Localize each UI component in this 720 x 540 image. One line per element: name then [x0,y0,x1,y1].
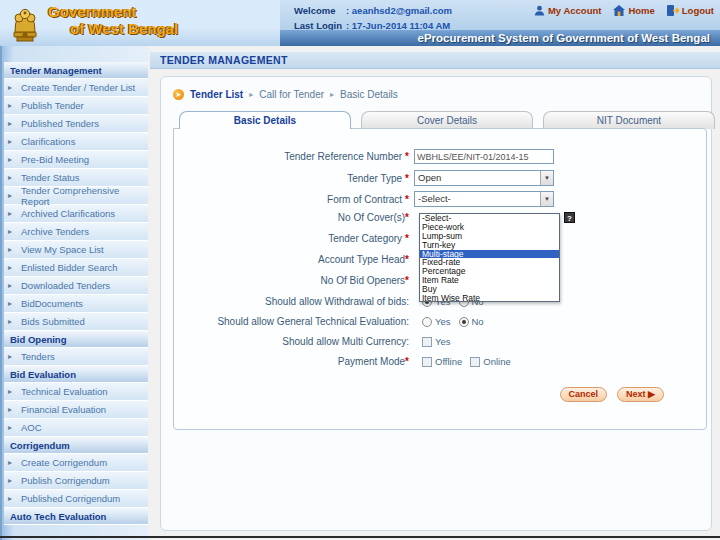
cancel-button[interactable]: Cancel [560,387,608,402]
arrow-bullet-icon: ▸ [4,83,17,92]
sidebar-item-downloaded-tenders[interactable]: ▸Downloaded Tenders [4,277,148,295]
sidebar-menu: Tender Management▸Create Tender / Tender… [4,62,148,525]
dropdown-option-multi-stage[interactable]: Multi-stage [420,250,559,259]
payment-mode-online-label: Online [483,356,510,367]
sidebar-item-label: Pre-Bid Meeting [21,154,89,165]
dropdown-option-lump-sum[interactable]: Lump-sum [420,232,559,241]
tender-type-select[interactable]: Open▼ [414,170,554,186]
toplink-logout[interactable]: Logout [667,5,714,16]
arrow-bullet-icon: ▸ [4,155,17,164]
sidebar-item-bids-submitted[interactable]: ▸Bids Submitted [4,313,148,331]
payment-mode-offline-checkbox[interactable] [422,357,432,367]
logo-text: Government of West Bengal [48,3,178,37]
dropdown-option-turn-key[interactable]: Turn-key [420,241,559,250]
required-marker: * [405,254,409,265]
sidebar-item-published-tenders[interactable]: ▸Published Tenders [4,115,148,133]
payment-mode-options: OfflineOnline [414,356,511,367]
sidebar-item-tender-comprehensive-report[interactable]: ▸Tender Comprehensive Report [4,187,148,205]
top-links: My AccountHomeLogout [534,5,714,16]
content-panel: ➤ Tender List▸Call for Tender▸Basic Deta… [160,76,712,531]
sidebar-item-archive-tenders[interactable]: ▸Archive Tenders [4,223,148,241]
tab-basic-details[interactable]: Basic Details [179,111,351,129]
logo-line2: of West Bengal [70,20,178,37]
dropdown-option-fixed-rate[interactable]: Fixed-rate [420,258,559,267]
sidebar-item-view-my-space-list[interactable]: ▸View My Space List [4,241,148,259]
tab-cover-details[interactable]: Cover Details [361,111,533,129]
sidebar-item-enlisted-bidder-search[interactable]: ▸Enlisted Bidder Search [4,259,148,277]
info-icon[interactable]: ? [564,212,575,223]
form-row-tender-reference: Tender Reference Number* [174,149,704,164]
chevron-down-icon: ▼ [540,171,553,185]
tender-type-label: Tender Type [347,173,402,184]
sidebar-item-archived-clarifications[interactable]: ▸Archived Clarifications [4,205,148,223]
home-icon [613,5,625,16]
app-title: eProcurement System of Government of Wes… [418,32,710,44]
sidebar-item-published-corrigendum[interactable]: ▸Published Corrigendum [4,490,148,508]
multi-currency-checkbox[interactable] [422,337,432,347]
sidebar-section-tender-management[interactable]: Tender Management [4,62,148,79]
sidebar-item-financial-evaluation[interactable]: ▸Financial Evaluation [4,401,148,419]
general-tech-eval-yes-radio[interactable] [422,317,432,327]
sidebar-item-biddocuments[interactable]: ▸BidDocuments [4,295,148,313]
breadcrumb: ➤ Tender List▸Call for Tender▸Basic Deta… [173,89,398,100]
next-button[interactable]: Next ▶ [617,387,664,402]
form-row-payment-mode: Payment Mode* OfflineOnline [174,356,704,367]
sidebar-item-label: AOC [21,422,42,433]
dropdown-option-piece-work[interactable]: Piece-work [420,223,559,232]
arrow-bullet-icon: ▸ [4,387,17,396]
tab-nit-document[interactable]: NIT Document [543,111,715,129]
dropdown-option-buy[interactable]: Buy [420,285,559,294]
dropdown-option-percentage[interactable]: Percentage [420,267,559,276]
arrow-bullet-icon: ▸ [4,494,17,503]
form-row-multi-currency: Should allow Multi Currency: Yes [174,336,704,347]
form-row-form-of-contract: Form of Contract* -Select-▼ [174,191,704,207]
arrow-bullet-icon: ▸ [4,352,17,361]
arrow-bullet-icon: ▸ [4,458,17,467]
sidebar-item-aoc[interactable]: ▸AOC [4,419,148,437]
sidebar-item-technical-evaluation[interactable]: ▸Technical Evaluation [4,383,148,401]
dropdown-option-item-rate[interactable]: Item Rate [420,276,559,285]
sidebar-item-publish-corrigendum[interactable]: ▸Publish Corrigendum [4,472,148,490]
dropdown-option-select[interactable]: -Select- [420,214,559,223]
arrow-bullet-icon: ▸ [4,191,17,200]
sidebar-item-clarifications[interactable]: ▸Clarifications [4,133,148,151]
user-icon [534,5,545,16]
arrow-bullet-icon: ▸ [4,281,17,290]
sidebar-item-label: Tenders [21,351,55,362]
breadcrumb-arrow-icon: ➤ [173,89,184,100]
main-area: TENDER MANAGEMENT ➤ Tender List▸Call for… [150,46,720,540]
sidebar-section-bid-evaluation[interactable]: Bid Evaluation [4,366,148,383]
tender-reference-input[interactable] [414,149,554,164]
breadcrumb-tender-list[interactable]: Tender List [190,89,243,100]
basic-details-form: Tender Reference Number* Tender Type* Op… [173,128,707,430]
required-marker: * [405,275,409,286]
breadcrumb-call-for-tender[interactable]: Call for Tender [259,89,324,100]
sidebar-section-corrigendum[interactable]: Corrigendum [4,437,148,454]
arrow-bullet-icon: ▸ [4,119,17,128]
sidebar-item-label: Publish Tender [21,100,84,111]
sidebar-section-auto-tech-evaluation[interactable]: Auto Tech Evaluation [4,508,148,525]
multi-currency-option-label: Yes [435,336,451,347]
dropdown-option-item-wise-rate[interactable]: Item Wise Rate [420,294,559,303]
sidebar-item-label: Clarifications [21,136,75,147]
sidebar-item-pre-bid-meeting[interactable]: ▸Pre-Bid Meeting [4,151,148,169]
form-of-contract-dropdown: -Select-Piece-workLump-sumTurn-keyMulti-… [419,213,560,302]
sidebar-item-create-corrigendum[interactable]: ▸Create Corrigendum [4,454,148,472]
form-of-contract-select[interactable]: -Select-▼ [414,191,554,207]
required-marker: * [405,194,409,205]
payment-mode-online-checkbox[interactable] [470,357,480,367]
sidebar-item-publish-tender[interactable]: ▸Publish Tender [4,97,148,115]
sidebar-item-label: Financial Evaluation [21,404,106,415]
sidebar-item-label: View My Space List [21,244,104,255]
arrow-bullet-icon: ▸ [4,209,17,218]
toplink-home[interactable]: Home [613,5,654,16]
sidebar-section-bid-opening[interactable]: Bid Opening [4,331,148,348]
form-row-tender-type: Tender Type* Open▼ [174,170,704,186]
toplink-my-account[interactable]: My Account [534,5,601,16]
sidebar-item-tenders[interactable]: ▸Tenders [4,348,148,366]
general-tech-eval-no-radio[interactable] [459,317,469,327]
sidebar-item-create-tender-tender-list[interactable]: ▸Create Tender / Tender List [4,79,148,97]
no-of-covers-label: No Of Cover(s) [338,212,405,223]
logo-block: Government of West Bengal [0,0,280,46]
account-type-head-label: Account Type Head [318,254,405,265]
